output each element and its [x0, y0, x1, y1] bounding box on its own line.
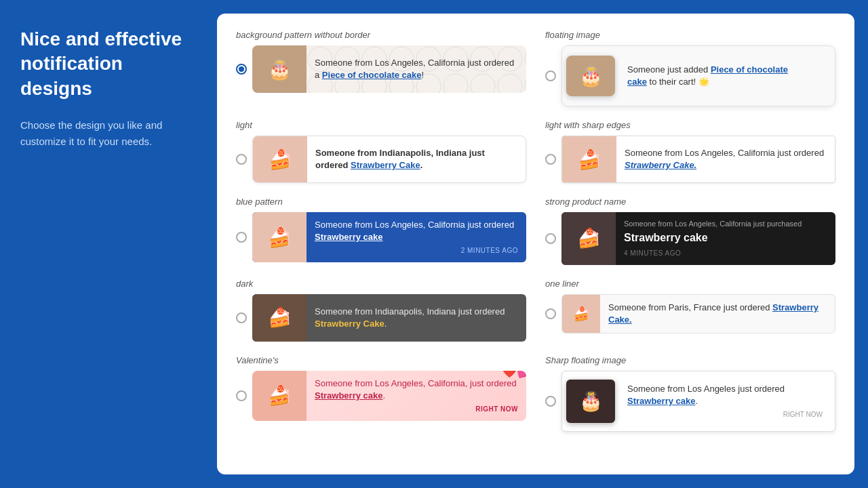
section-light: light 🍰 Someone from Indianapolis, India…	[236, 120, 526, 183]
left-panel: Nice and effective notification designs …	[0, 0, 217, 488]
notif-card-one-liner: 🍰 Someone from Paris, France just ordere…	[561, 294, 835, 333]
radio-light[interactable]	[236, 154, 247, 165]
notif-img-sharp-floating: 🎂	[566, 380, 615, 423]
time-valentines: RIGHT NOW	[315, 405, 518, 414]
notification-row-strong: 🍰 Someone from Los Angeles, California j…	[545, 212, 835, 265]
link-dark[interactable]: Strawberry Cake	[315, 319, 384, 329]
notif-card-sharp-floating: 🎂 Someone from Los Angeles just ordered …	[561, 371, 835, 432]
link-one-liner[interactable]: Strawberry Cake.	[608, 302, 818, 325]
notif-img-light: 🍰	[253, 136, 307, 182]
section-valentines: Valentine's 🍰 ❤️💕 Someone from Los Angel…	[236, 355, 526, 432]
notif-img-light-sharp: 🍰	[562, 136, 616, 182]
notif-card-floating: 🎂 Someone just added Piece of chocolatec…	[561, 45, 835, 106]
link-sharp-floating[interactable]: Strawberry cake	[627, 396, 695, 406]
section-label-one-liner: one liner	[545, 279, 835, 289]
notif-img-dark: 🍰	[252, 294, 307, 342]
notif-img-one-liner: 🍰	[562, 295, 600, 333]
notif-text-dark: Someone from Indianapolis, Indiana just …	[307, 294, 526, 342]
cake-icon-floating: 🎂	[566, 56, 615, 96]
notif-img-bg-pattern: 🎂	[252, 45, 307, 93]
section-label-light: light	[236, 120, 526, 130]
link-light[interactable]: Strawberry Cake	[351, 160, 420, 170]
cake-icon-one-liner: 🍰	[562, 295, 600, 333]
section-dark: dark 🍰 Someone from Indianapolis, Indian…	[236, 279, 526, 342]
notif-img-floating: 🎂	[566, 56, 615, 96]
time-blue: 2 MINUTES AGO	[315, 246, 518, 256]
link-blue[interactable]: Strawberry cake	[315, 232, 382, 242]
link-floating-1[interactable]: Piece of chocolatecake	[627, 64, 788, 87]
notif-text-light-sharp: Someone from Los Angeles, California jus…	[616, 136, 835, 182]
notif-card-valentines: 🍰 ❤️💕 Someone from Los Angeles, Californ…	[252, 371, 526, 421]
right-panel: background pattern without border 🎂 Some…	[217, 14, 854, 474]
page-title: Nice and effective notification designs	[20, 27, 197, 101]
section-label-bg-pattern: background pattern without border	[236, 30, 526, 40]
radio-blue[interactable]	[236, 232, 247, 243]
notif-text-strong: Someone from Los Angeles, California jus…	[616, 212, 835, 265]
notification-row-light-sharp: 🍰 Someone from Los Angeles, California j…	[545, 136, 835, 183]
cake-icon-bg-pattern: 🎂	[252, 45, 307, 93]
section-label-light-sharp: light with sharp edges	[545, 120, 835, 130]
radio-bg-pattern[interactable]	[236, 64, 247, 75]
notif-text-blue: Someone from Los Angeles, California jus…	[307, 212, 526, 262]
notif-card-blue: 🍰 Someone from Los Angeles, California j…	[252, 212, 526, 262]
notification-row-floating: 🎂 Someone just added Piece of chocolatec…	[545, 45, 835, 106]
notif-text-floating: Someone just added Piece of chocolatecak…	[619, 57, 829, 95]
notif-img-blue: 🍰	[252, 212, 307, 262]
notif-text-sharp-floating: Someone from Los Angeles just ordered St…	[619, 376, 831, 426]
radio-one-liner[interactable]	[545, 308, 556, 319]
section-blue-pattern: blue pattern 🍰 Someone from Los Angeles,…	[236, 197, 526, 265]
section-label-dark: dark	[236, 279, 526, 289]
notif-card-dark: 🍰 Someone from Indianapolis, Indiana jus…	[252, 294, 526, 342]
link-valentines[interactable]: Strawberry cake	[315, 390, 382, 401]
radio-dark[interactable]	[236, 312, 247, 323]
section-label-sharp-floating: Sharp floating image	[545, 355, 835, 365]
notification-row-one-liner: 🍰 Someone from Paris, France just ordere…	[545, 294, 835, 333]
notif-text-valentines: ❤️💕 Someone from Los Angeles, California…	[307, 371, 526, 421]
cake-icon-blue: 🍰	[252, 212, 307, 262]
notif-text-bg-pattern: Someone from Los Angeles, California jus…	[307, 45, 526, 93]
section-label-valentines: Valentine's	[236, 355, 526, 365]
notif-card-strong: 🍰 Someone from Los Angeles, California j…	[561, 212, 835, 265]
section-strong-product: strong product name 🍰 Someone from Los A…	[545, 197, 835, 265]
notif-img-strong: 🍰	[561, 212, 616, 265]
section-label-strong: strong product name	[545, 197, 835, 207]
time-strong: 4 MINUTES AGO	[624, 249, 827, 258]
section-floating-image: floating image 🎂 Someone just added Piec…	[545, 30, 835, 106]
notification-row-valentines: 🍰 ❤️💕 Someone from Los Angeles, Californ…	[236, 371, 526, 421]
notif-card-light: 🍰 Someone from Indianapolis, Indiana jus…	[252, 136, 526, 183]
section-one-liner: one liner 🍰 Someone from Paris, France j…	[545, 279, 835, 342]
notif-card-light-sharp: 🍰 Someone from Los Angeles, California j…	[561, 136, 835, 183]
radio-floating[interactable]	[545, 70, 556, 81]
time-sharp-floating: RIGHT NOW	[627, 410, 823, 420]
notif-text-one-liner: Someone from Paris, France just ordered …	[600, 295, 835, 333]
section-label-blue: blue pattern	[236, 197, 526, 207]
section-label-floating: floating image	[545, 30, 835, 40]
radio-light-sharp[interactable]	[545, 154, 556, 165]
notif-img-valentines: 🍰	[252, 371, 307, 421]
radio-valentines[interactable]	[236, 390, 247, 401]
product-name-strong: Strawberry cake	[624, 230, 827, 245]
valentine-hearts: ❤️💕	[502, 371, 526, 378]
link-bg-pattern[interactable]: Piece of chocolate cake	[322, 70, 422, 80]
cake-icon-sharp-floating: 🎂	[566, 380, 615, 423]
section-sharp-floating: Sharp floating image 🎂 Someone from Los …	[545, 355, 835, 432]
notification-row-bg-pattern: 🎂 Someone from Los Angeles, California j…	[236, 45, 526, 93]
notification-row-blue: 🍰 Someone from Los Angeles, California j…	[236, 212, 526, 262]
link-light-sharp[interactable]: Strawberry Cake.	[625, 160, 696, 170]
cake-icon-light-sharp: 🍰	[562, 136, 616, 182]
radio-sharp-floating[interactable]	[545, 396, 556, 407]
notif-card-bg-pattern: 🎂 Someone from Los Angeles, California j…	[252, 45, 526, 93]
notification-row-sharp-floating: 🎂 Someone from Los Angeles just ordered …	[545, 371, 835, 432]
cake-icon-strong: 🍰	[561, 212, 616, 265]
section-light-sharp: light with sharp edges 🍰 Someone from Lo…	[545, 120, 835, 183]
cake-icon-light: 🍰	[253, 136, 307, 182]
notification-row-dark: 🍰 Someone from Indianapolis, Indiana jus…	[236, 294, 526, 342]
notification-row-light: 🍰 Someone from Indianapolis, Indiana jus…	[236, 136, 526, 183]
cake-icon-valentines: 🍰	[252, 371, 307, 421]
cake-icon-dark: 🍰	[252, 294, 307, 342]
page-description: Choose the design you like and customize…	[20, 117, 197, 150]
radio-strong[interactable]	[545, 233, 556, 244]
section-bg-pattern: background pattern without border 🎂 Some…	[236, 30, 526, 106]
notif-text-light: Someone from Indianapolis, Indiana just …	[307, 136, 526, 182]
